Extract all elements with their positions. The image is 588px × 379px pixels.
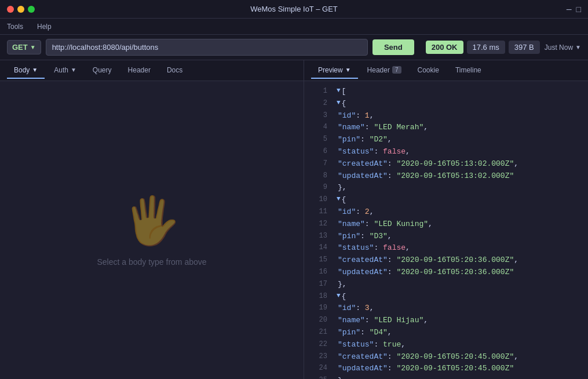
body-placeholder: 🖐 Select a body type from above (0, 81, 304, 379)
line-number: 9 (309, 182, 327, 194)
line-number: 5 (309, 134, 327, 146)
json-line: 9}, (304, 182, 588, 194)
line-number: 15 (309, 254, 327, 267)
json-line: 6 "status": false, (304, 146, 588, 158)
auth-tab-chevron-icon: ▼ (71, 67, 76, 73)
line-number: 16 (309, 267, 327, 279)
json-line-content: "name": "LED Hijau", (338, 315, 583, 327)
minimize-button[interactable] (17, 6, 24, 13)
url-bar: GET ▼ Send 200 OK 17.6 ms 397 B Just Now… (0, 35, 588, 60)
restore-icon[interactable]: □ (576, 5, 581, 14)
json-line: 23 "createdAt": "2020-09-16T05:20:45.000… (304, 351, 588, 363)
json-line-content: "status": false, (338, 146, 583, 158)
line-number: 12 (309, 218, 327, 231)
json-line-content: "name": "LED Kuning", (338, 218, 583, 231)
json-line-content: }, (338, 182, 583, 194)
json-line-content: "id": 2, (338, 206, 583, 218)
json-line-content: "status": true, (338, 339, 583, 351)
line-number: 3 (309, 110, 327, 122)
fold-indicator[interactable]: ▼ (337, 98, 341, 110)
line-number: 7 (309, 158, 327, 170)
fold-indicator[interactable]: ▼ (337, 291, 341, 303)
line-number: 13 (309, 231, 327, 243)
tab-timeline[interactable]: Timeline (448, 63, 488, 79)
timestamp-label: Just Now (545, 43, 573, 52)
json-line-content: "pin": "D3", (338, 231, 583, 243)
fold-indicator[interactable]: ▼ (337, 194, 341, 206)
line-number: 20 (309, 315, 327, 327)
method-chevron-icon: ▼ (30, 44, 36, 50)
line-number: 17 (309, 279, 327, 291)
status-group: 200 OK 17.6 ms 397 B (426, 41, 540, 54)
json-line-content: }, (338, 279, 583, 291)
tab-body[interactable]: Body ▼ (7, 63, 45, 79)
json-line: 1▼[ (304, 86, 588, 98)
fold-indicator[interactable]: ▼ (337, 86, 341, 98)
menu-help[interactable]: Help (35, 21, 54, 32)
method-label: GET (12, 43, 28, 52)
json-line: 14 "status": false, (304, 242, 588, 254)
json-line: 11 "id": 2, (304, 206, 588, 218)
maximize-button[interactable] (28, 6, 35, 13)
preview-tab-chevron-icon: ▼ (345, 67, 351, 73)
title-bar: WeMos Simple IoT – GET – □ (0, 0, 588, 19)
json-line-content: "createdAt": "2020-09-16T05:13:02.000Z", (338, 158, 583, 170)
json-line: 17}, (304, 279, 588, 291)
menu-bar: Tools Help (0, 19, 588, 35)
url-input[interactable] (46, 39, 368, 56)
json-line: 18▼{ (304, 291, 588, 303)
wave-icon: 🖐 (123, 194, 181, 248)
line-number: 25 (309, 375, 327, 379)
tab-query[interactable]: Query (86, 63, 119, 79)
json-line: 4 "name": "LED Merah", (304, 122, 588, 134)
json-line-content: "name": "LED Merah", (338, 122, 583, 134)
line-number: 2 (309, 98, 327, 110)
line-number: 19 (309, 303, 327, 315)
left-panel: Body ▼ Auth ▼ Query Header Docs 🖐 Select… (0, 60, 304, 379)
json-line-content: "pin": "D2", (338, 134, 583, 146)
placeholder-text: Select a body type from above (97, 257, 206, 267)
tab-preview[interactable]: Preview ▼ (311, 63, 358, 79)
json-line-content: { (342, 291, 583, 303)
tab-docs[interactable]: Docs (160, 63, 189, 79)
tab-response-header[interactable]: Header 7 (360, 63, 408, 79)
tab-cookie[interactable]: Cookie (411, 63, 446, 79)
right-panel: Preview ▼ Header 7 Cookie Timeline 1▼[2▼… (304, 60, 588, 379)
line-number: 14 (309, 242, 327, 254)
json-line-content: "updatedAt": "2020-09-16T05:13:02.000Z" (338, 170, 583, 183)
method-select[interactable]: GET ▼ (7, 40, 41, 54)
json-line: 8 "updatedAt": "2020-09-16T05:13:02.000Z… (304, 170, 588, 183)
line-number: 11 (309, 206, 327, 218)
json-line-content: "updatedAt": "2020-09-16T05:20:45.000Z" (338, 363, 583, 375)
menu-tools[interactable]: Tools (5, 21, 25, 32)
send-button[interactable]: Send (372, 39, 414, 55)
timestamp-chevron-icon: ▼ (575, 44, 581, 50)
line-number: 24 (309, 363, 327, 375)
left-tabs-bar: Body ▼ Auth ▼ Query Header Docs (0, 60, 304, 81)
json-line-content: { (342, 194, 583, 206)
json-line-content: "createdAt": "2020-09-16T05:20:45.000Z", (338, 351, 583, 363)
line-number: 21 (309, 327, 327, 339)
tab-auth[interactable]: Auth ▼ (47, 63, 83, 79)
json-line: 19 "id": 3, (304, 303, 588, 315)
line-number: 6 (309, 146, 327, 158)
json-line: 22 "status": true, (304, 339, 588, 351)
line-number: 22 (309, 339, 327, 351)
response-time: 17.6 ms (467, 41, 505, 54)
line-number: 18 (309, 291, 327, 303)
line-number: 1 (309, 86, 327, 98)
json-line: 25} (304, 375, 588, 379)
header-count-badge: 7 (392, 66, 401, 74)
window-title: WeMos Simple IoT – GET (42, 5, 546, 13)
json-line: 20 "name": "LED Hijau", (304, 315, 588, 327)
json-line-content: "updatedAt": "2020-09-16T05:20:36.000Z" (338, 267, 583, 279)
json-line: 7 "createdAt": "2020-09-16T05:13:02.000Z… (304, 158, 588, 170)
minimize-icon[interactable]: – (567, 4, 572, 14)
tab-header[interactable]: Header (121, 63, 158, 79)
json-viewer: 1▼[2▼{3 "id": 1,4 "name": "LED Merah",5 … (304, 81, 588, 379)
status-badge: 200 OK (426, 41, 463, 54)
line-number: 10 (309, 194, 327, 206)
close-button[interactable] (7, 6, 14, 13)
right-tabs-bar: Preview ▼ Header 7 Cookie Timeline (304, 60, 588, 81)
json-line: 13 "pin": "D3", (304, 231, 588, 243)
